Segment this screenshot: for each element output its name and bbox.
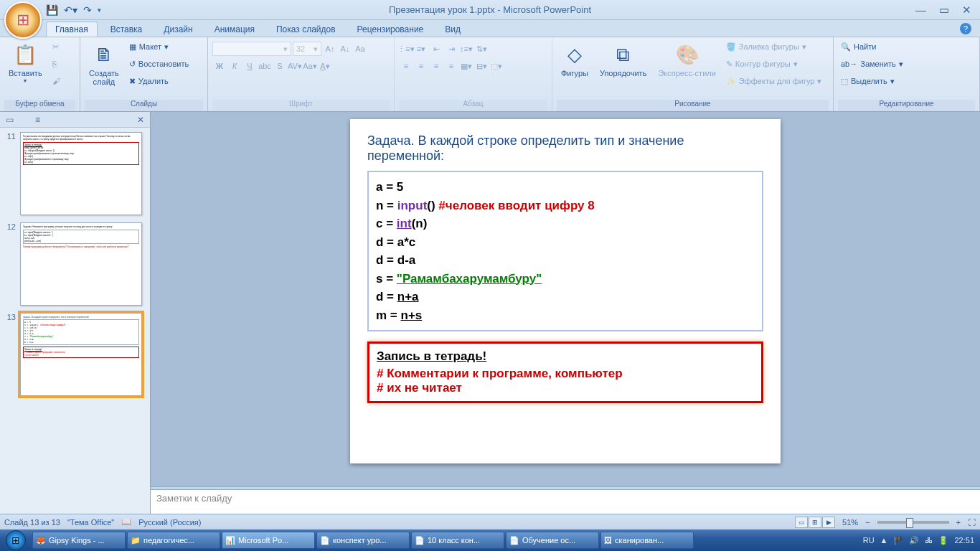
task-item[interactable]: 📄10 класс кон... (411, 532, 504, 549)
styles-icon: 🎨 (676, 40, 699, 69)
align-text-button[interactable]: ⊟▾ (474, 59, 489, 73)
minimize-icon[interactable]: ― (915, 4, 926, 17)
cut-button[interactable]: ✂ (50, 39, 63, 55)
font-size-combo[interactable]: 32▾ (293, 42, 321, 56)
task-item[interactable]: 🦊Gipsy Kings - ... (32, 532, 126, 549)
slides-tab-icon[interactable]: ▭ (6, 115, 14, 125)
shadow-button[interactable]: S (273, 59, 287, 73)
shapes-icon: ◇ (567, 40, 582, 69)
paste-button[interactable]: 📋 Вставить ▾ (4, 39, 47, 85)
case-button[interactable]: Aa▾ (303, 59, 317, 73)
thumb-num: 13 (4, 313, 16, 396)
task-item[interactable]: 📁педагогичес... (127, 532, 220, 549)
thumb-11[interactable]: По умолчанию все вводимые данные интерпр… (20, 132, 142, 215)
layout-button[interactable]: ▦ Макет ▾ (126, 39, 192, 55)
find-button[interactable]: 🔍 Найти (838, 39, 906, 55)
slide-counter: Слайд 13 из 13 (4, 518, 60, 527)
line-spacing-button[interactable]: ↕≡▾ (459, 42, 473, 56)
group-editing-label: Редактирование (838, 100, 975, 111)
tab-view[interactable]: Вид (436, 22, 469, 37)
close-icon[interactable]: ✕ (962, 4, 971, 17)
office-button[interactable]: ⊞ (4, 1, 42, 39)
task-item[interactable]: 📄Обучение ос... (506, 532, 599, 549)
sorter-view-icon[interactable]: ⊞ (809, 517, 821, 528)
normal-view-icon[interactable]: ▭ (795, 517, 808, 528)
zoom-out-icon[interactable]: − (865, 518, 870, 527)
tab-animation[interactable]: Анимация (206, 22, 263, 37)
tray-up-icon[interactable]: ▲ (880, 536, 888, 545)
underline-button[interactable]: Ч (242, 59, 257, 73)
qat-redo-icon[interactable]: ↷ (83, 4, 92, 16)
delete-button[interactable]: ✖ Удалить (126, 73, 192, 89)
bullets-button[interactable]: ⋮≡▾ (399, 42, 413, 56)
tab-design[interactable]: Дизайн (155, 22, 201, 37)
tray-volume-icon[interactable]: 🔊 (909, 536, 919, 545)
slide[interactable]: Задача. В каждой строке определить тип и… (350, 119, 781, 463)
align-center-button[interactable]: ≡ (414, 59, 428, 73)
tray-battery-icon[interactable]: 🔋 (938, 536, 948, 545)
zoom-in-icon[interactable]: + (956, 518, 961, 527)
clear-format-icon[interactable]: Aa (353, 42, 367, 56)
notes-area[interactable]: Заметки к слайду (151, 489, 980, 514)
reset-button[interactable]: ↺ Восстановить (126, 56, 192, 72)
help-icon[interactable]: ? (960, 23, 971, 34)
text-direction-button[interactable]: ⇅▾ (474, 42, 489, 56)
italic-button[interactable]: К (227, 59, 242, 73)
tray-lang[interactable]: RU (863, 536, 875, 545)
qat-more-icon[interactable]: ▾ (98, 6, 101, 14)
justify-button[interactable]: ≡ (444, 59, 458, 73)
tray-network-icon[interactable]: 🖧 (925, 536, 933, 545)
maximize-icon[interactable]: ▭ (939, 4, 949, 17)
strike-button[interactable]: abc (258, 59, 272, 73)
bold-button[interactable]: Ж (212, 59, 227, 73)
qat-save-icon[interactable]: 💾 (46, 4, 58, 16)
new-slide-icon: 🗎 (95, 40, 113, 69)
task-item[interactable]: 📄конспект уро... (316, 532, 410, 549)
slideshow-view-icon[interactable]: ▶ (822, 517, 835, 528)
tab-slideshow[interactable]: Показ слайдов (268, 22, 344, 37)
align-right-button[interactable]: ≡ (429, 59, 443, 73)
tray-flag-icon[interactable]: 🏴 (893, 536, 903, 545)
font-family-combo[interactable]: ▾ (212, 42, 291, 56)
spellcheck-icon[interactable]: 📖 (121, 517, 131, 527)
font-color-button[interactable]: A▾ (318, 59, 332, 73)
zoom-level[interactable]: 51% (842, 518, 858, 527)
grow-font-icon[interactable]: A↑ (323, 42, 337, 56)
arrange-button[interactable]: ⧉Упорядочить (595, 39, 651, 79)
numbering-button[interactable]: ≡▾ (414, 42, 428, 56)
qat-undo-icon[interactable]: ↶▾ (64, 4, 77, 16)
shape-effects-button[interactable]: ✨ Эффекты для фигур ▾ (723, 73, 825, 89)
quick-styles-button[interactable]: 🎨Экспресс-стили (654, 39, 720, 79)
indent-dec-button[interactable]: ⇤ (429, 42, 443, 56)
indent-inc-button[interactable]: ⇥ (444, 42, 458, 56)
language-indicator[interactable]: Русский (Россия) (138, 518, 201, 527)
format-painter-button[interactable]: 🖌 (50, 73, 63, 89)
tab-insert[interactable]: Вставка (102, 22, 151, 37)
select-button[interactable]: ⬚ Выделить ▾ (838, 73, 906, 89)
tab-home[interactable]: Главная (46, 22, 98, 37)
fit-view-icon[interactable]: ⛶ (968, 518, 976, 527)
columns-button[interactable]: ▦▾ (459, 59, 473, 73)
shapes-button[interactable]: ◇Фигуры (557, 39, 593, 79)
shrink-font-icon[interactable]: A↓ (338, 42, 352, 56)
shape-outline-button[interactable]: ✎ Контур фигуры ▾ (723, 56, 825, 72)
shape-fill-button[interactable]: 🪣 Заливка фигуры ▾ (723, 39, 825, 55)
smartart-button[interactable]: ⬚▾ (489, 59, 504, 73)
slide-canvas[interactable]: Задача. В каждой строке определить тип и… (151, 112, 980, 486)
spacing-button[interactable]: AV▾ (288, 59, 302, 73)
new-slide-button[interactable]: 🗎 Создать слайд (85, 39, 123, 88)
zoom-slider[interactable] (877, 521, 949, 524)
thumb-13[interactable]: Задача. В каждой строке определить тип и… (20, 313, 142, 396)
task-item[interactable]: 📊Microsoft Po... (222, 532, 315, 549)
task-item[interactable]: 🖼сканирован... (600, 532, 694, 549)
start-button[interactable]: ⊞ (0, 529, 32, 551)
tab-review[interactable]: Рецензирование (349, 22, 433, 37)
code-box: a = 5 n = input() #человек вводит цифру … (367, 171, 763, 331)
thumb-12[interactable]: Задание. Напишите программу, которая пол… (20, 222, 142, 306)
replace-button[interactable]: ab→ Заменить ▾ (838, 56, 906, 72)
tray-clock[interactable]: 22:51 (954, 536, 974, 545)
outline-tab-icon[interactable]: ≡ (35, 115, 40, 125)
panel-close-icon[interactable]: ✕ (137, 115, 144, 125)
align-left-button[interactable]: ≡ (399, 59, 413, 73)
copy-button[interactable]: ⎘ (50, 56, 63, 72)
